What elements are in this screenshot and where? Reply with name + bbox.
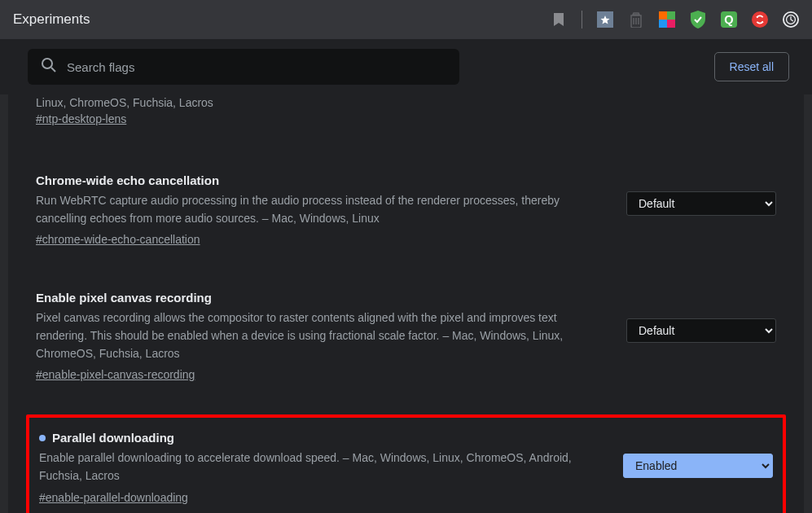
flag-item: Enable pixel canvas recording Pixel canv… bbox=[26, 279, 786, 397]
flag-title: Parallel downloading bbox=[39, 431, 604, 445]
sync-icon[interactable] bbox=[752, 11, 768, 28]
flag-dropdown[interactable]: Default bbox=[626, 191, 776, 216]
flag-hash-link[interactable]: #enable-parallel-downloading bbox=[39, 491, 188, 504]
divider bbox=[582, 11, 582, 28]
flag-description: Enable parallel downloading to accelerat… bbox=[39, 449, 604, 484]
flag-item: Chrome-wide echo cancellation Run WebRTC… bbox=[26, 162, 786, 261]
history-icon[interactable] bbox=[783, 11, 799, 28]
svg-text:Q: Q bbox=[724, 13, 733, 26]
flag-hash-link[interactable]: #ntp-desktop-lens bbox=[36, 112, 126, 125]
modified-dot-icon bbox=[39, 435, 46, 441]
flag-hash-link[interactable]: #chrome-wide-echo-cancellation bbox=[36, 233, 200, 246]
flag-description: Pixel canvas recording allows the compos… bbox=[36, 309, 607, 362]
topbar: Experiments Q bbox=[0, 0, 812, 39]
trash-icon[interactable] bbox=[628, 11, 644, 28]
flag-title: Enable pixel canvas recording bbox=[36, 291, 607, 305]
reset-all-button[interactable]: Reset all bbox=[714, 52, 789, 81]
flag-dropdown[interactable]: Default bbox=[626, 318, 776, 343]
svg-point-10 bbox=[42, 59, 52, 68]
svg-rect-2 bbox=[667, 11, 675, 20]
flag-item: Linux, ChromeOS, Fuchsia, Lacros #ntp-de… bbox=[26, 94, 786, 141]
flag-description: Linux, ChromeOS, Fuchsia, Lacros bbox=[36, 94, 757, 112]
bookmark-star-icon[interactable] bbox=[597, 11, 613, 28]
search-box[interactable] bbox=[28, 49, 459, 85]
q-icon[interactable]: Q bbox=[721, 11, 737, 28]
flag-hash-link[interactable]: #enable-pixel-canvas-recording bbox=[36, 368, 195, 381]
flags-list: Linux, ChromeOS, Fuchsia, Lacros #ntp-de… bbox=[0, 94, 812, 513]
svg-rect-1 bbox=[659, 11, 667, 20]
flag-description: Run WebRTC capture audio processing in t… bbox=[36, 192, 607, 227]
svg-rect-3 bbox=[659, 20, 667, 28]
svg-point-7 bbox=[752, 11, 768, 28]
flag-title: Chrome-wide echo cancellation bbox=[36, 173, 607, 187]
flag-item: Parallel downloading Enable parallel dow… bbox=[29, 418, 783, 513]
search-input[interactable] bbox=[67, 60, 446, 74]
colors-icon[interactable] bbox=[659, 11, 675, 28]
flag-dropdown[interactable]: Enabled bbox=[623, 454, 773, 478]
shield-icon[interactable] bbox=[690, 11, 706, 28]
extension-icons: Q bbox=[551, 11, 799, 28]
svg-rect-4 bbox=[667, 20, 675, 28]
page-title: Experiments bbox=[13, 11, 90, 28]
bookmark-icon[interactable] bbox=[551, 11, 567, 28]
search-icon bbox=[41, 57, 57, 77]
search-row: Reset all bbox=[0, 39, 812, 94]
highlighted-flag: Parallel downloading Enable parallel dow… bbox=[26, 414, 786, 513]
